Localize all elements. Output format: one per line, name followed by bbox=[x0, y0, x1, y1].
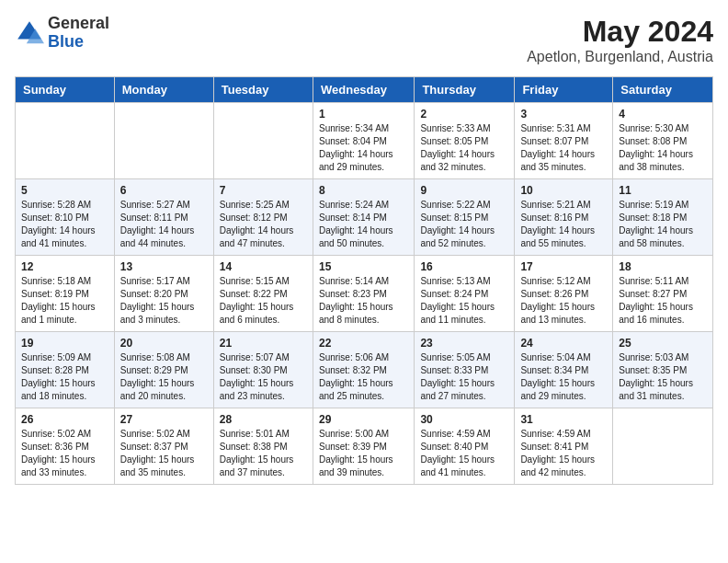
day-number: 18 bbox=[619, 260, 707, 273]
day-info: Sunrise: 5:02 AM Sunset: 8:37 PM Dayligh… bbox=[120, 428, 208, 479]
calendar-cell: 6Sunrise: 5:27 AM Sunset: 8:11 PM Daylig… bbox=[114, 179, 213, 256]
day-number: 2 bbox=[420, 108, 508, 121]
day-of-week-tuesday: Tuesday bbox=[213, 77, 313, 103]
day-number: 17 bbox=[520, 260, 607, 273]
day-info: Sunrise: 5:19 AM Sunset: 8:18 PM Dayligh… bbox=[619, 199, 707, 250]
day-info: Sunrise: 5:27 AM Sunset: 8:11 PM Dayligh… bbox=[120, 199, 208, 250]
calendar-cell bbox=[16, 103, 115, 179]
day-number: 1 bbox=[319, 108, 408, 121]
calendar-cell: 31Sunrise: 4:59 AM Sunset: 8:41 PM Dayli… bbox=[515, 408, 613, 485]
day-info: Sunrise: 5:22 AM Sunset: 8:15 PM Dayligh… bbox=[420, 199, 508, 250]
calendar-cell: 7Sunrise: 5:25 AM Sunset: 8:12 PM Daylig… bbox=[213, 179, 313, 256]
calendar-cell: 21Sunrise: 5:07 AM Sunset: 8:30 PM Dayli… bbox=[213, 332, 313, 408]
day-of-week-thursday: Thursday bbox=[415, 77, 515, 103]
day-of-week-friday: Friday bbox=[515, 77, 613, 103]
page-header: General Blue May 2024 Apetlon, Burgenlan… bbox=[15, 15, 713, 65]
day-number: 28 bbox=[220, 413, 307, 426]
day-info: Sunrise: 5:31 AM Sunset: 8:07 PM Dayligh… bbox=[520, 122, 607, 174]
calendar-cell: 23Sunrise: 5:05 AM Sunset: 8:33 PM Dayli… bbox=[415, 332, 515, 408]
calendar-cell: 18Sunrise: 5:11 AM Sunset: 8:27 PM Dayli… bbox=[613, 256, 713, 332]
calendar-cell: 22Sunrise: 5:06 AM Sunset: 8:32 PM Dayli… bbox=[313, 332, 414, 408]
day-number: 10 bbox=[520, 184, 607, 197]
calendar-cell: 16Sunrise: 5:13 AM Sunset: 8:24 PM Dayli… bbox=[415, 256, 515, 332]
day-info: Sunrise: 5:28 AM Sunset: 8:10 PM Dayligh… bbox=[21, 199, 108, 250]
calendar-cell: 13Sunrise: 5:17 AM Sunset: 8:20 PM Dayli… bbox=[114, 256, 213, 332]
calendar-cell: 1Sunrise: 5:34 AM Sunset: 8:04 PM Daylig… bbox=[313, 103, 414, 179]
day-number: 6 bbox=[120, 184, 208, 197]
day-info: Sunrise: 5:13 AM Sunset: 8:24 PM Dayligh… bbox=[420, 275, 508, 327]
day-number: 27 bbox=[120, 413, 208, 426]
calendar-header-row: SundayMondayTuesdayWednesdayThursdayFrid… bbox=[16, 77, 713, 103]
day-number: 25 bbox=[619, 337, 707, 350]
calendar-cell: 29Sunrise: 5:00 AM Sunset: 8:39 PM Dayli… bbox=[313, 408, 414, 485]
day-info: Sunrise: 5:03 AM Sunset: 8:35 PM Dayligh… bbox=[619, 351, 707, 403]
day-info: Sunrise: 5:07 AM Sunset: 8:30 PM Dayligh… bbox=[220, 351, 307, 403]
day-info: Sunrise: 5:01 AM Sunset: 8:38 PM Dayligh… bbox=[220, 428, 307, 479]
day-info: Sunrise: 5:14 AM Sunset: 8:23 PM Dayligh… bbox=[319, 275, 408, 327]
day-number: 31 bbox=[520, 413, 607, 426]
calendar-cell: 20Sunrise: 5:08 AM Sunset: 8:29 PM Dayli… bbox=[114, 332, 213, 408]
day-number: 9 bbox=[420, 184, 508, 197]
day-number: 24 bbox=[520, 337, 607, 350]
day-number: 29 bbox=[319, 413, 408, 426]
day-number: 7 bbox=[220, 184, 307, 197]
day-number: 20 bbox=[120, 337, 208, 350]
month-title: May 2024 bbox=[527, 15, 713, 49]
calendar-cell: 11Sunrise: 5:19 AM Sunset: 8:18 PM Dayli… bbox=[613, 179, 713, 256]
logo-blue-text: Blue bbox=[48, 33, 109, 52]
calendar-cell: 28Sunrise: 5:01 AM Sunset: 8:38 PM Dayli… bbox=[213, 408, 313, 485]
calendar-table: SundayMondayTuesdayWednesdayThursdayFrid… bbox=[15, 76, 713, 485]
day-number: 4 bbox=[619, 108, 707, 121]
calendar-cell: 17Sunrise: 5:12 AM Sunset: 8:26 PM Dayli… bbox=[515, 256, 613, 332]
calendar-week-row: 26Sunrise: 5:02 AM Sunset: 8:36 PM Dayli… bbox=[16, 408, 713, 485]
day-info: Sunrise: 5:25 AM Sunset: 8:12 PM Dayligh… bbox=[220, 199, 307, 250]
day-info: Sunrise: 5:06 AM Sunset: 8:32 PM Dayligh… bbox=[319, 351, 408, 403]
day-info: Sunrise: 4:59 AM Sunset: 8:40 PM Dayligh… bbox=[420, 428, 508, 479]
calendar-cell: 25Sunrise: 5:03 AM Sunset: 8:35 PM Dayli… bbox=[613, 332, 713, 408]
day-info: Sunrise: 4:59 AM Sunset: 8:41 PM Dayligh… bbox=[520, 428, 607, 479]
day-number: 26 bbox=[21, 413, 108, 426]
calendar-cell: 2Sunrise: 5:33 AM Sunset: 8:05 PM Daylig… bbox=[415, 103, 515, 179]
day-number: 5 bbox=[21, 184, 108, 197]
calendar-cell: 15Sunrise: 5:14 AM Sunset: 8:23 PM Dayli… bbox=[313, 256, 414, 332]
day-of-week-saturday: Saturday bbox=[613, 77, 713, 103]
calendar-week-row: 12Sunrise: 5:18 AM Sunset: 8:19 PM Dayli… bbox=[16, 256, 713, 332]
day-info: Sunrise: 5:09 AM Sunset: 8:28 PM Dayligh… bbox=[21, 351, 108, 403]
title-block: May 2024 Apetlon, Burgenland, Austria bbox=[527, 15, 713, 65]
day-info: Sunrise: 5:04 AM Sunset: 8:34 PM Dayligh… bbox=[520, 351, 607, 403]
day-info: Sunrise: 5:33 AM Sunset: 8:05 PM Dayligh… bbox=[420, 122, 508, 174]
calendar-week-row: 19Sunrise: 5:09 AM Sunset: 8:28 PM Dayli… bbox=[16, 332, 713, 408]
day-info: Sunrise: 5:34 AM Sunset: 8:04 PM Dayligh… bbox=[319, 122, 408, 174]
calendar-week-row: 5Sunrise: 5:28 AM Sunset: 8:10 PM Daylig… bbox=[16, 179, 713, 256]
logo: General Blue bbox=[15, 15, 109, 52]
day-of-week-wednesday: Wednesday bbox=[313, 77, 414, 103]
calendar-cell: 19Sunrise: 5:09 AM Sunset: 8:28 PM Dayli… bbox=[16, 332, 115, 408]
calendar-cell: 30Sunrise: 4:59 AM Sunset: 8:40 PM Dayli… bbox=[415, 408, 515, 485]
day-info: Sunrise: 5:24 AM Sunset: 8:14 PM Dayligh… bbox=[319, 199, 408, 250]
day-info: Sunrise: 5:21 AM Sunset: 8:16 PM Dayligh… bbox=[520, 199, 607, 250]
day-info: Sunrise: 5:30 AM Sunset: 8:08 PM Dayligh… bbox=[619, 122, 707, 174]
day-of-week-monday: Monday bbox=[114, 77, 213, 103]
logo-general-text: General bbox=[48, 15, 109, 33]
calendar-cell: 9Sunrise: 5:22 AM Sunset: 8:15 PM Daylig… bbox=[415, 179, 515, 256]
day-number: 15 bbox=[319, 260, 408, 273]
calendar-cell: 3Sunrise: 5:31 AM Sunset: 8:07 PM Daylig… bbox=[515, 103, 613, 179]
logo-icon bbox=[15, 18, 44, 48]
day-number: 21 bbox=[220, 337, 307, 350]
day-number: 3 bbox=[520, 108, 607, 121]
day-info: Sunrise: 5:00 AM Sunset: 8:39 PM Dayligh… bbox=[319, 428, 408, 479]
day-info: Sunrise: 5:02 AM Sunset: 8:36 PM Dayligh… bbox=[21, 428, 108, 479]
day-number: 14 bbox=[220, 260, 307, 273]
day-info: Sunrise: 5:17 AM Sunset: 8:20 PM Dayligh… bbox=[120, 275, 208, 327]
day-info: Sunrise: 5:05 AM Sunset: 8:33 PM Dayligh… bbox=[420, 351, 508, 403]
day-info: Sunrise: 5:18 AM Sunset: 8:19 PM Dayligh… bbox=[21, 275, 108, 327]
day-number: 11 bbox=[619, 184, 707, 197]
calendar-week-row: 1Sunrise: 5:34 AM Sunset: 8:04 PM Daylig… bbox=[16, 103, 713, 179]
day-number: 16 bbox=[420, 260, 508, 273]
day-info: Sunrise: 5:08 AM Sunset: 8:29 PM Dayligh… bbox=[120, 351, 208, 403]
day-number: 12 bbox=[21, 260, 108, 273]
calendar-cell: 26Sunrise: 5:02 AM Sunset: 8:36 PM Dayli… bbox=[16, 408, 115, 485]
day-number: 8 bbox=[319, 184, 408, 197]
day-info: Sunrise: 5:11 AM Sunset: 8:27 PM Dayligh… bbox=[619, 275, 707, 327]
calendar-cell: 14Sunrise: 5:15 AM Sunset: 8:22 PM Dayli… bbox=[213, 256, 313, 332]
